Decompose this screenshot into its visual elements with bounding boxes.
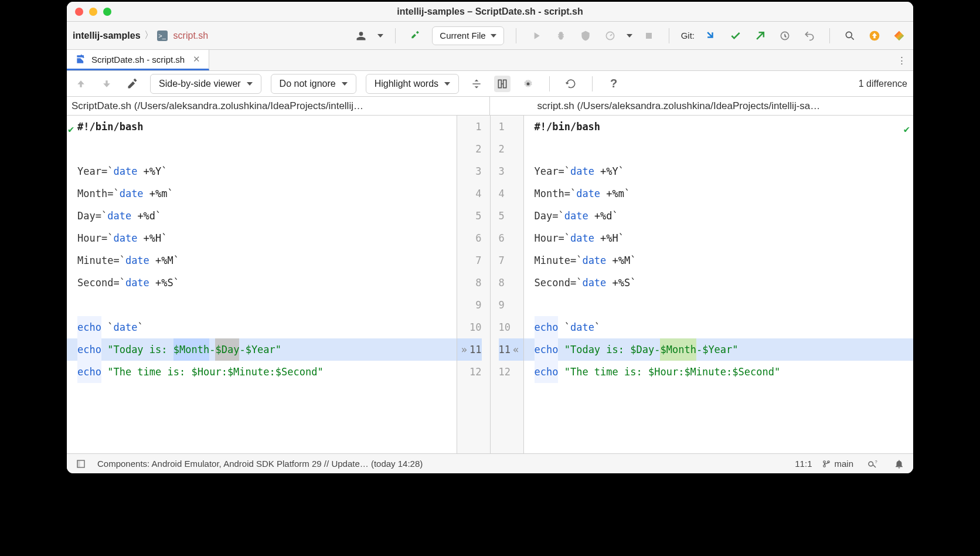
titlebar: intellij-samples – ScriptDate.sh - scrip… <box>67 2 913 22</box>
diff-paths-row: ScriptDate.sh (/Users/aleksandra.zolushk… <box>67 97 913 116</box>
run-config-label: Current File <box>440 30 485 40</box>
viewer-mode-label: Side-by-side viewer <box>159 79 241 89</box>
ide-window: intellij-samples – ScriptDate.sh - scrip… <box>65 0 915 475</box>
svg-rect-6 <box>503 80 506 87</box>
window-title: intellij-samples – ScriptDate.sh - scrip… <box>67 6 913 17</box>
code-line-changed[interactable]: echo "Today is: $Month-$Day-$Year" <box>67 338 457 361</box>
vcs-update-icon[interactable] <box>703 28 719 44</box>
line-number-gutter: 1 2 3 4 5 6 7 8 9 10 »11 12 1 2 3 4 5 6 <box>457 116 523 453</box>
help-icon[interactable]: ? <box>605 76 622 92</box>
chevron-down-icon[interactable] <box>377 34 383 38</box>
status-bar: Components: Android Emulator, Android SD… <box>67 453 913 473</box>
left-file-path: ScriptDate.sh (/Users/aleksandra.zolushk… <box>67 100 489 112</box>
chevron-right-icon: 〉 <box>144 29 154 42</box>
breadcrumb[interactable]: intellij-samples 〉 >_ script.sh <box>73 29 208 42</box>
branch-icon <box>822 460 831 468</box>
coverage-icon[interactable] <box>577 28 594 44</box>
refresh-icon[interactable] <box>563 76 579 92</box>
code-line <box>524 138 914 160</box>
main-toolbar: intellij-samples 〉 >_ script.sh Current … <box>67 22 913 50</box>
code-line <box>524 294 914 316</box>
vcs-commit-check-icon[interactable] <box>727 28 744 44</box>
apply-diff-right-arrow-icon[interactable]: »11 <box>457 338 482 361</box>
user-icon[interactable] <box>353 28 369 44</box>
chevron-down-icon <box>342 82 348 86</box>
breadcrumb-project[interactable]: intellij-samples <box>73 30 141 41</box>
prev-diff-arrow-up-icon[interactable] <box>73 76 89 92</box>
tool-window-toggle-icon[interactable] <box>73 456 89 472</box>
code-line: Minute=`date +%M` <box>67 249 457 272</box>
code-line: Month=`date +%m` <box>524 182 914 205</box>
right-file-path: script.sh (/Users/aleksandra.zolushkina/… <box>490 100 913 112</box>
profiler-icon[interactable] <box>602 28 618 44</box>
ignore-mode-dropdown[interactable]: Do not ignore <box>271 74 356 94</box>
code-line-changed[interactable]: echo "Today is: $Day-$Month-$Year" <box>524 338 914 361</box>
status-message[interactable]: Components: Android Emulator, Android SD… <box>97 459 423 469</box>
svg-point-3 <box>846 32 852 38</box>
code-line <box>67 138 457 160</box>
code-line: Month=`date +%m` <box>67 182 457 205</box>
viewer-mode-dropdown[interactable]: Side-by-side viewer <box>150 74 261 94</box>
code-line: Day=`date +%d` <box>524 205 914 227</box>
close-tab-icon[interactable]: ✕ <box>193 54 200 65</box>
stop-icon[interactable] <box>641 28 657 44</box>
ide-update-icon[interactable] <box>866 28 883 44</box>
right-diff-pane[interactable]: ✔ #!/bin/bash Year=`date +%Y` Month=`dat… <box>523 116 914 453</box>
notifications-bell-icon[interactable] <box>891 456 907 472</box>
apply-diff-left-arrow-icon[interactable]: 11« <box>499 338 523 361</box>
jetbrains-logo-icon[interactable] <box>891 28 907 44</box>
highlight-mode-dropdown[interactable]: Highlight words <box>366 74 459 94</box>
diff-count-label: 1 difference <box>859 79 907 89</box>
inspection-profile-icon[interactable]: ? <box>864 456 880 472</box>
next-diff-arrow-down-icon[interactable] <box>98 76 115 92</box>
left-line-numbers: 1 2 3 4 5 6 7 8 9 10 »11 12 <box>457 116 490 453</box>
chevron-down-icon[interactable] <box>627 34 632 38</box>
tabs-more-icon[interactable]: ⋮ <box>890 50 913 70</box>
code-line: Second=`date +%S` <box>524 272 914 294</box>
svg-point-11 <box>824 465 826 467</box>
svg-rect-5 <box>498 80 501 87</box>
code-line: echo "The time is: $Hour:$Minute:$Second… <box>524 361 914 383</box>
svg-text:?: ? <box>875 459 877 464</box>
code-line: Hour=`date +%H` <box>67 227 457 249</box>
code-line: Day=`date +%d` <box>67 205 457 227</box>
code-line: Minute=`date +%M` <box>524 249 914 272</box>
code-line: Year=`date +%Y` <box>67 160 457 182</box>
right-line-numbers: 1 2 3 4 5 6 7 8 9 10 11« 12 <box>491 116 523 453</box>
code-line: Hour=`date +%H` <box>524 227 914 249</box>
git-label: Git: <box>681 30 695 40</box>
code-line: #!/bin/bash <box>524 116 914 138</box>
svg-rect-1 <box>646 33 652 39</box>
code-line: #!/bin/bash <box>67 116 457 138</box>
svg-point-13 <box>869 462 873 466</box>
editor-tabs: ScriptDate.sh - script.sh ✕ ⋮ <box>67 50 913 71</box>
git-branch[interactable]: main <box>822 459 853 469</box>
left-diff-pane[interactable]: ✔ #!/bin/bash Year=`date +%Y` Month=`dat… <box>67 116 457 453</box>
ignore-mode-label: Do not ignore <box>280 79 336 89</box>
vcs-push-icon[interactable] <box>752 28 768 44</box>
status-line-column[interactable]: 11:1 <box>795 459 812 469</box>
search-icon[interactable] <box>842 28 858 44</box>
sync-scroll-icon[interactable] <box>494 76 511 92</box>
breadcrumb-file[interactable]: script.sh <box>173 30 209 41</box>
diff-settings-gear-icon[interactable] <box>520 76 536 92</box>
shell-file-icon: >_ <box>157 30 168 41</box>
rollback-undo-icon[interactable] <box>801 28 818 44</box>
run-config-selector[interactable]: Current File <box>432 26 503 45</box>
debug-bug-icon[interactable] <box>553 28 569 44</box>
diff-file-icon <box>75 53 87 65</box>
chevron-down-icon <box>444 82 450 86</box>
code-line: Second=`date +%S` <box>67 272 457 294</box>
run-play-icon[interactable] <box>528 28 545 44</box>
chevron-down-icon <box>491 34 496 38</box>
edit-pencil-icon[interactable] <box>124 76 141 92</box>
editor-tab-diff[interactable]: ScriptDate.sh - script.sh ✕ <box>67 50 209 70</box>
code-line: echo "The time is: $Hour:$Minute:$Second… <box>67 361 457 383</box>
collapse-unchanged-icon[interactable] <box>468 76 485 92</box>
svg-rect-9 <box>77 460 80 467</box>
diff-body: ✔ #!/bin/bash Year=`date +%Y` Month=`dat… <box>67 116 913 453</box>
code-line: echo `date` <box>67 316 457 338</box>
build-hammer-icon[interactable] <box>407 28 424 44</box>
diff-toolbar: Side-by-side viewer Do not ignore Highli… <box>67 71 913 97</box>
history-clock-icon[interactable] <box>777 28 793 44</box>
